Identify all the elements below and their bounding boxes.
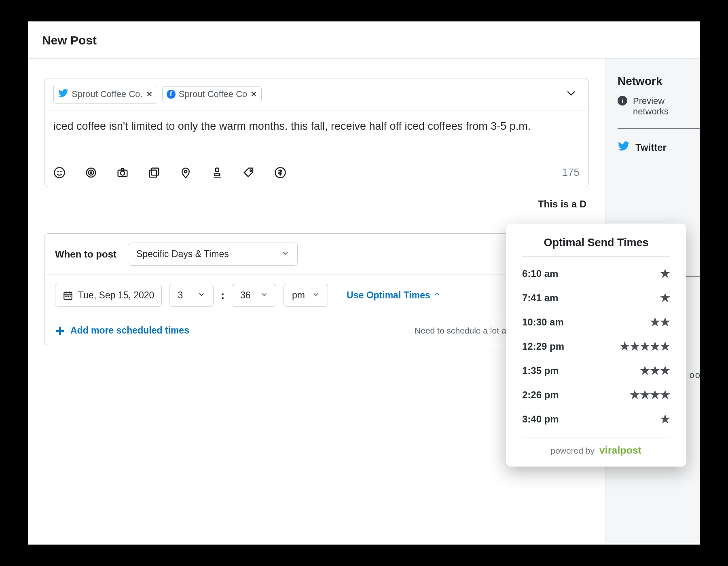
svg-point-0 [55, 167, 65, 177]
viralpost-brand: viralpost [599, 445, 642, 456]
star-icon: ★ [640, 341, 650, 352]
monetize-icon[interactable] [274, 167, 286, 179]
powered-by-label: powered by [551, 446, 595, 455]
svg-rect-9 [150, 170, 157, 177]
star-rating: ★★★★★ [620, 341, 670, 352]
chevron-down-icon [198, 291, 205, 300]
optimal-time-item[interactable]: 2:26 pm★★★★ [522, 383, 670, 407]
optimal-time-label: 3:40 pm [522, 414, 559, 425]
sidebar-title: Network [618, 75, 700, 88]
optimal-times-popup: Optimal Send Times 6:10 am★7:41 am★10:30… [506, 224, 686, 467]
star-rating: ★ [660, 268, 670, 279]
target-icon[interactable] [85, 167, 97, 179]
calendar-icon [63, 290, 73, 301]
star-icon: ★ [660, 389, 670, 401]
divider [618, 128, 700, 129]
svg-rect-16 [68, 296, 69, 297]
svg-point-12 [250, 170, 252, 171]
svg-rect-17 [70, 296, 70, 297]
optimal-time-item[interactable]: 7:41 am★ [522, 286, 670, 310]
optimal-time-item[interactable]: 12:29 pm★★★★★ [522, 334, 670, 359]
optimal-time-label: 7:41 am [522, 292, 558, 304]
character-count: 175 [562, 166, 580, 179]
time-colon: : [221, 289, 224, 302]
star-icon: ★ [650, 389, 660, 401]
compose-toolbar: 175 [44, 163, 588, 187]
when-label: When to post [55, 249, 116, 260]
popup-footer: powered by viralpost [522, 437, 670, 456]
close-icon[interactable]: ✕ [250, 89, 257, 99]
profile-selector[interactable]: Sprout Coffee Co. ✕ f Sprout Coffee Co ✕ [44, 78, 588, 110]
profile-chip-facebook[interactable]: f Sprout Coffee Co ✕ [162, 86, 262, 102]
svg-rect-15 [66, 296, 67, 297]
svg-point-2 [61, 171, 61, 171]
profile-chip-label: Sprout Coffee Co [179, 89, 248, 99]
profile-chip-twitter[interactable]: Sprout Coffee Co. ✕ [53, 85, 157, 103]
svg-point-10 [184, 170, 187, 173]
stamp-icon[interactable] [211, 167, 223, 179]
compose-card: Sprout Coffee Co. ✕ f Sprout Coffee Co ✕… [44, 78, 589, 187]
add-more-times-button[interactable]: Add more scheduled times [55, 325, 189, 336]
star-rating: ★★ [650, 317, 670, 328]
svg-rect-11 [216, 168, 219, 171]
emoji-icon[interactable] [53, 167, 66, 179]
optimal-time-label: 1:35 pm [522, 365, 559, 376]
plus-icon [55, 326, 65, 336]
chevron-up-icon [434, 291, 441, 300]
star-icon: ★ [660, 292, 670, 304]
camera-icon[interactable] [116, 167, 129, 179]
minute-select[interactable]: 36 [232, 284, 276, 307]
twitter-icon [618, 140, 630, 155]
optimal-time-label: 6:10 am [522, 268, 558, 279]
draft-status-fragment: This is a D [44, 199, 586, 210]
when-select[interactable]: Specific Days & Times [128, 243, 298, 266]
chevron-down-icon [260, 291, 268, 300]
svg-rect-8 [152, 168, 159, 175]
close-icon[interactable]: ✕ [146, 89, 153, 99]
date-picker[interactable]: Tue, Sep 15, 2020 [55, 284, 162, 307]
svg-point-1 [58, 171, 58, 171]
svg-point-5 [90, 172, 92, 173]
star-icon: ★ [640, 365, 650, 376]
optimal-times-list: 6:10 am★7:41 am★10:30 am★★12:29 pm★★★★★1… [522, 257, 670, 437]
svg-point-7 [121, 171, 125, 175]
optimal-time-label: 2:26 pm [522, 389, 559, 401]
star-icon: ★ [650, 341, 660, 352]
clipped-text-fragment: oo [690, 370, 700, 380]
optimal-link-label: Use Optimal Times [347, 290, 430, 301]
app-window: New Post Sprout Coffee Co. ✕ f Sprout Co… [28, 21, 700, 545]
hour-select[interactable]: 3 [169, 284, 214, 307]
popup-title: Optimal Send Times [522, 237, 670, 257]
star-icon: ★ [650, 317, 660, 328]
page-header: New Post [28, 21, 700, 59]
star-icon: ★ [630, 389, 640, 401]
optimal-time-label: 12:29 pm [522, 341, 564, 352]
star-icon: ★ [660, 268, 670, 279]
optimal-time-item[interactable]: 10:30 am★★ [522, 310, 670, 334]
star-icon: ★ [660, 365, 670, 376]
ampm-select[interactable]: pm [284, 284, 328, 307]
location-icon[interactable] [180, 167, 192, 179]
compose-textarea[interactable]: iced coffee isn't limited to only the wa… [44, 110, 588, 163]
star-icon: ★ [620, 341, 630, 352]
ampm-value: pm [292, 290, 305, 301]
minute-value: 36 [240, 290, 251, 301]
star-rating: ★ [660, 292, 670, 304]
star-icon: ★ [650, 365, 660, 376]
date-value: Tue, Sep 15, 2020 [78, 290, 154, 301]
optimal-time-item[interactable]: 1:35 pm★★★ [522, 359, 670, 383]
chevron-down-icon[interactable] [565, 87, 577, 101]
star-icon: ★ [630, 341, 640, 352]
star-icon: ★ [660, 414, 670, 425]
gallery-icon[interactable] [148, 167, 160, 179]
use-optimal-times-link[interactable]: Use Optimal Times [347, 290, 441, 301]
tag-icon[interactable] [243, 167, 255, 179]
facebook-icon: f [167, 90, 176, 99]
twitter-label: Twitter [635, 142, 667, 153]
twitter-icon [58, 88, 68, 101]
optimal-time-label: 10:30 am [522, 317, 564, 328]
optimal-time-item[interactable]: 3:40 pm★ [522, 407, 670, 431]
preview-fragment-top: Preview [633, 96, 665, 106]
sidebar-network-twitter[interactable]: Twitter [618, 140, 700, 155]
optimal-time-item[interactable]: 6:10 am★ [522, 262, 670, 286]
